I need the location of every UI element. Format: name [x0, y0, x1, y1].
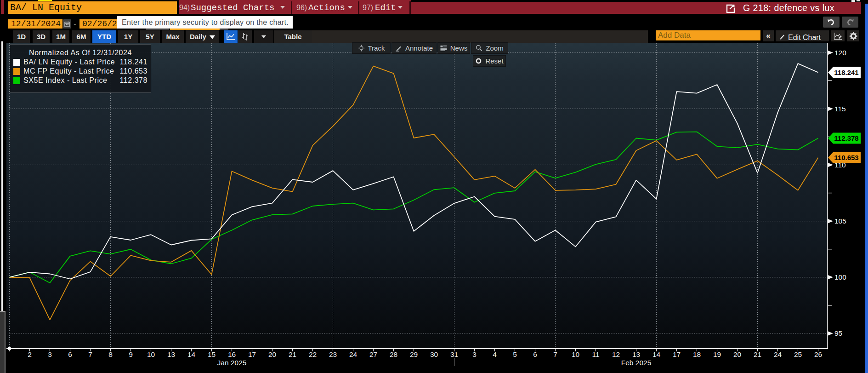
svg-text:15: 15 — [208, 350, 216, 358]
svg-text:2: 2 — [28, 350, 32, 358]
svg-text:Feb 2025: Feb 2025 — [621, 359, 652, 367]
svg-text:24: 24 — [349, 350, 357, 358]
svg-text:11: 11 — [592, 350, 599, 358]
svg-text:20: 20 — [733, 350, 742, 358]
svg-text:31: 31 — [450, 350, 458, 358]
svg-text:17: 17 — [248, 350, 256, 358]
svg-text:18: 18 — [693, 350, 701, 358]
svg-text:17: 17 — [673, 350, 681, 358]
svg-text:95: 95 — [834, 329, 842, 337]
svg-text:30: 30 — [430, 350, 438, 358]
svg-text:3: 3 — [472, 350, 477, 358]
svg-text:118.241: 118.241 — [834, 69, 858, 76]
svg-text:120: 120 — [834, 49, 846, 57]
svg-text:20: 20 — [268, 350, 277, 358]
svg-text:27: 27 — [369, 350, 377, 358]
svg-text:105: 105 — [834, 217, 846, 225]
svg-text:7: 7 — [88, 350, 92, 358]
svg-text:29: 29 — [410, 350, 418, 358]
svg-text:13: 13 — [167, 350, 175, 358]
svg-text:3: 3 — [48, 350, 52, 358]
svg-text:6: 6 — [533, 350, 537, 358]
svg-text:23: 23 — [329, 350, 337, 358]
svg-text:8: 8 — [108, 350, 113, 358]
svg-text:Jan 2025: Jan 2025 — [217, 359, 247, 367]
svg-text:6: 6 — [68, 350, 72, 358]
svg-text:112.378: 112.378 — [834, 134, 858, 142]
svg-text:115: 115 — [834, 105, 846, 113]
svg-text:19: 19 — [713, 350, 721, 358]
svg-text:5: 5 — [513, 350, 517, 358]
svg-text:16: 16 — [228, 350, 236, 358]
svg-text:10: 10 — [147, 350, 155, 358]
svg-text:9: 9 — [129, 350, 133, 358]
svg-text:21: 21 — [754, 350, 761, 358]
svg-text:22: 22 — [309, 350, 317, 358]
svg-text:4: 4 — [493, 350, 497, 358]
svg-text:12: 12 — [612, 350, 620, 358]
svg-text:110.653: 110.653 — [834, 154, 858, 161]
svg-text:13: 13 — [632, 350, 640, 358]
svg-text:7: 7 — [553, 350, 557, 358]
svg-text:14: 14 — [187, 350, 196, 358]
svg-text:24: 24 — [774, 350, 782, 358]
svg-text:10: 10 — [572, 350, 580, 358]
svg-text:25: 25 — [794, 350, 802, 358]
svg-text:28: 28 — [390, 350, 397, 358]
svg-text:26: 26 — [814, 350, 822, 358]
svg-text:21: 21 — [289, 350, 296, 358]
svg-text:14: 14 — [652, 350, 661, 358]
svg-text:100: 100 — [834, 273, 846, 281]
